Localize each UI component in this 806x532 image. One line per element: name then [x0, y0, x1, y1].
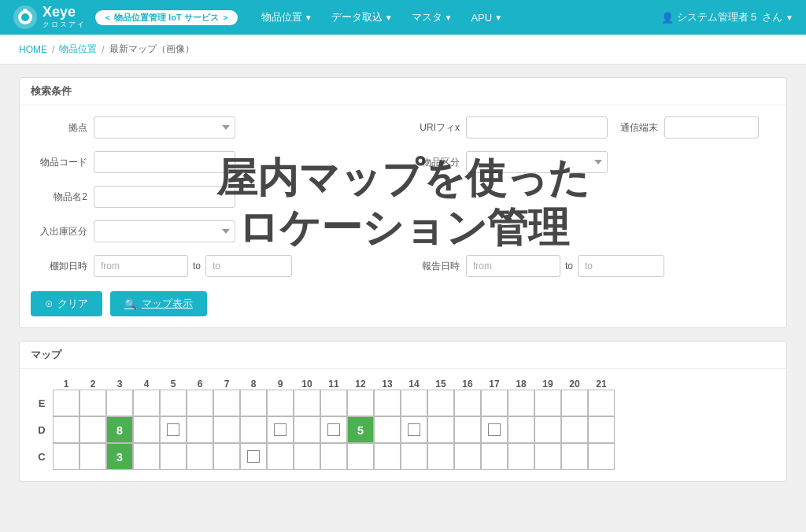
map-cell-D10[interactable]	[294, 416, 320, 443]
map-cell-D21[interactable]	[588, 416, 615, 443]
map-cell-C3-green[interactable]: 3	[106, 443, 133, 470]
svg-point-2	[21, 13, 29, 21]
map-cell-C4[interactable]	[133, 443, 160, 470]
map-col-4: 4	[133, 379, 160, 390]
map-cell-E6[interactable]	[187, 390, 213, 416]
map-cell-E17[interactable]	[481, 390, 508, 416]
address-input[interactable]	[664, 116, 759, 139]
map-cell-D3-green[interactable]: 8	[106, 416, 133, 443]
map-cell-C19[interactable]	[534, 443, 561, 470]
map-cell-D15[interactable]	[427, 416, 454, 443]
report-date-row: 報告日時 to	[412, 255, 775, 277]
report-date-from-input[interactable]	[466, 255, 560, 277]
nav-item-data[interactable]: データ取込 ▼	[324, 7, 401, 28]
map-cell-E16[interactable]	[454, 390, 481, 416]
map-cell-C13[interactable]	[374, 443, 401, 470]
map-cell-E15[interactable]	[427, 390, 454, 416]
map-cell-D1[interactable]	[53, 416, 79, 443]
map-cell-D12-green[interactable]: 5	[347, 416, 374, 443]
item-name2-field-row: 物品名2	[31, 186, 394, 208]
map-cell-C9[interactable]	[267, 443, 294, 470]
clear-button[interactable]: ⊙ クリア	[31, 291, 102, 316]
logo-icon	[13, 5, 38, 30]
map-cell-C2[interactable]	[79, 443, 106, 470]
shelf-date-from-input[interactable]	[94, 255, 188, 277]
map-cell-C15[interactable]	[427, 443, 454, 470]
map-cell-C8[interactable]	[240, 443, 267, 470]
breadcrumb-home[interactable]: HOME	[19, 44, 47, 55]
map-cell-C16[interactable]	[454, 443, 481, 470]
map-cell-E2[interactable]	[79, 390, 106, 416]
user-menu[interactable]: 👤 システム管理者５ さん ▼	[661, 10, 793, 24]
map-cell-E12[interactable]	[347, 390, 374, 416]
map-cell-E21[interactable]	[588, 390, 615, 416]
map-cell-D6[interactable]	[187, 416, 213, 443]
map-row-D: D 8 5	[31, 416, 615, 443]
map-cell-D9[interactable]	[267, 416, 294, 443]
map-cell-E7[interactable]	[213, 390, 240, 416]
map-cell-D14[interactable]	[401, 416, 427, 443]
map-cell-E9[interactable]	[267, 390, 294, 416]
map-cell-C6[interactable]	[187, 443, 213, 470]
nav-item-locations[interactable]: 物品位置 ▼	[253, 7, 320, 28]
map-cell-C18[interactable]	[508, 443, 534, 470]
map-col-10: 10	[294, 379, 320, 390]
map-cell-C20[interactable]	[561, 443, 588, 470]
map-cell-E3[interactable]	[106, 390, 133, 416]
breadcrumb-item1[interactable]: 物品位置	[59, 42, 97, 56]
map-cell-D18[interactable]	[508, 416, 534, 443]
map-cell-C1[interactable]	[53, 443, 79, 470]
map-cell-C17[interactable]	[481, 443, 508, 470]
uri-input[interactable]	[466, 116, 608, 139]
base-select[interactable]	[94, 116, 235, 139]
map-cell-E19[interactable]	[534, 390, 561, 416]
map-cell-D17[interactable]	[481, 416, 508, 443]
shelf-date-range: to	[94, 255, 292, 277]
item-name2-input[interactable]	[94, 186, 235, 208]
map-cell-D4[interactable]	[133, 416, 160, 443]
map-cell-D20[interactable]	[561, 416, 588, 443]
report-date-to-input[interactable]	[578, 255, 664, 277]
map-cell-E13[interactable]	[374, 390, 401, 416]
map-cell-D19[interactable]	[534, 416, 561, 443]
map-cell-E20[interactable]	[561, 390, 588, 416]
item-code-input[interactable]	[94, 151, 235, 173]
map-cell-C7[interactable]	[213, 443, 240, 470]
map-cell-C5[interactable]	[160, 443, 187, 470]
map-cell-D13[interactable]	[374, 416, 401, 443]
item-category-row: 物品区分	[412, 151, 775, 173]
map-cell-E18[interactable]	[508, 390, 534, 416]
map-cell-E5[interactable]	[160, 390, 187, 416]
map-col-5: 5	[160, 379, 187, 390]
map-row-label-C: C	[31, 451, 53, 463]
map-cell-D5[interactable]	[160, 416, 187, 443]
map-cell-D16[interactable]	[454, 416, 481, 443]
map-cell-D8[interactable]	[240, 416, 267, 443]
map-cell-C10[interactable]	[294, 443, 320, 470]
map-cell-E1[interactable]	[53, 390, 79, 416]
map-cell-E11[interactable]	[320, 390, 347, 416]
nav-item-master[interactable]: マスタ ▼	[404, 7, 460, 28]
map-cell-D7[interactable]	[213, 416, 240, 443]
map-col-8: 8	[240, 379, 267, 390]
map-cell-C11[interactable]	[320, 443, 347, 470]
map-cell-E14[interactable]	[401, 390, 427, 416]
map-cell-E10[interactable]	[294, 390, 320, 416]
map-cell-C14[interactable]	[401, 443, 427, 470]
map-cell-E4[interactable]	[133, 390, 160, 416]
map-cell-D2[interactable]	[79, 416, 106, 443]
map-cell-C21[interactable]	[588, 443, 615, 470]
user-icon: 👤	[661, 12, 674, 24]
nav-label-locations: 物品位置	[261, 10, 302, 24]
service-badge-text: ＜ 物品位置管理 IoT サービス ＞	[103, 12, 230, 24]
nav-item-apu[interactable]: APU ▼	[463, 9, 510, 27]
map-col-2: 2	[79, 379, 106, 390]
map-cell-C12[interactable]	[347, 443, 374, 470]
item-category-select[interactable]	[466, 151, 608, 173]
map-cell-E8[interactable]	[240, 390, 267, 416]
map-cell-D11[interactable]	[320, 416, 347, 443]
chevron-down-icon: ▼	[494, 13, 502, 22]
in-out-select[interactable]	[94, 220, 235, 242]
map-display-button[interactable]: 🔍 マップ表示	[110, 291, 207, 316]
shelf-date-to-input[interactable]	[205, 255, 292, 277]
